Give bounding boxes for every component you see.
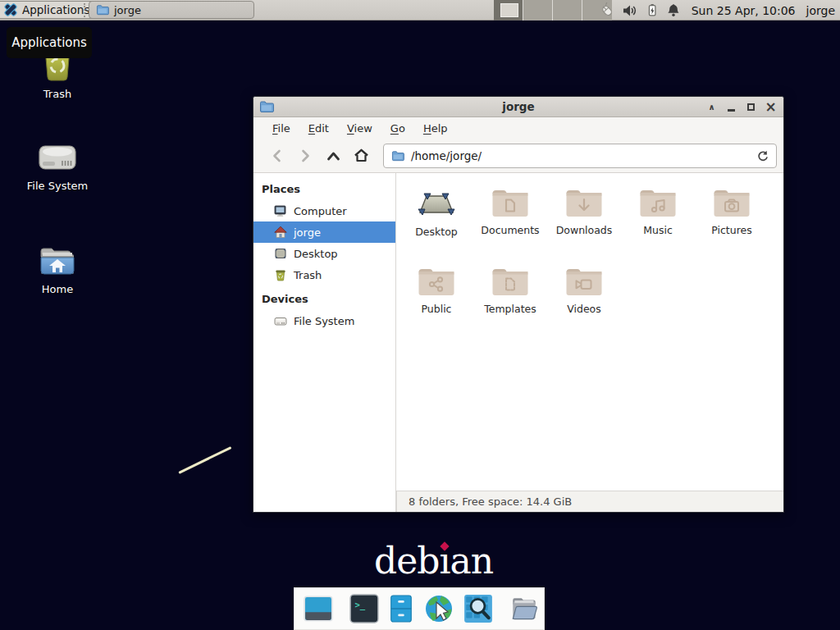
panel-clock[interactable]: Sun 25 Apr, 10:06 xyxy=(692,4,796,17)
menu-view[interactable]: View xyxy=(338,120,381,137)
panel-handle xyxy=(84,3,85,17)
file-item-pictures[interactable]: Pictures xyxy=(695,181,769,260)
folder-public-icon xyxy=(417,265,456,298)
taskbar-window-button[interactable]: jorge xyxy=(89,1,254,19)
file-item-downloads[interactable]: Downloads xyxy=(547,181,621,260)
workspace-3[interactable] xyxy=(553,0,582,21)
sidebar-item-label: Desktop xyxy=(294,248,338,260)
menubar: File Edit View Go Help xyxy=(253,117,783,139)
computer-icon xyxy=(274,204,287,217)
battery-icon[interactable] xyxy=(646,2,659,18)
folder-pictures-icon xyxy=(712,186,751,219)
harddrive-icon xyxy=(36,139,79,176)
back-button[interactable] xyxy=(263,144,291,168)
top-panel: Applications jorge xyxy=(0,0,840,21)
up-button[interactable] xyxy=(319,144,347,168)
file-item-label: Downloads xyxy=(556,224,613,236)
harddrive-icon xyxy=(274,314,287,327)
system-tray: Sun 25 Apr, 10:06 jorge xyxy=(599,0,835,21)
folder-downloads-icon xyxy=(564,186,604,219)
desktop-icon-home[interactable]: Home xyxy=(12,244,103,295)
pager-window-preview xyxy=(500,3,518,17)
file-item-templates[interactable]: Templates xyxy=(473,260,547,339)
file-view[interactable]: Desktop Documents xyxy=(397,173,783,491)
desktop-icon xyxy=(417,186,456,221)
close-button[interactable]: × xyxy=(765,101,777,113)
sidebar-item-computer[interactable]: Computer xyxy=(253,200,395,221)
menu-go[interactable]: Go xyxy=(381,120,414,137)
workspace-2[interactable] xyxy=(523,0,553,21)
file-item-label: Music xyxy=(643,224,673,236)
file-item-label: Desktop xyxy=(415,226,458,238)
minimize-button[interactable] xyxy=(725,101,737,113)
show-desktop-icon xyxy=(303,593,334,624)
applications-tooltip: Applications xyxy=(7,27,92,58)
file-item-label: Templates xyxy=(484,303,536,315)
menu-file[interactable]: File xyxy=(263,120,299,137)
mouse-icon[interactable] xyxy=(599,2,615,18)
workspace-1[interactable] xyxy=(494,0,523,21)
sidebar-item-trash[interactable]: Trash xyxy=(253,264,395,285)
file-item-documents[interactable]: Documents xyxy=(473,181,547,260)
menu-edit[interactable]: Edit xyxy=(299,120,338,137)
sidebar-item-desktop[interactable]: Desktop xyxy=(253,243,395,264)
toolbar: /home/jorge/ xyxy=(253,139,783,173)
file-item-music[interactable]: Music xyxy=(621,181,695,260)
path-folder-icon xyxy=(391,150,404,162)
folder-videos-icon xyxy=(564,265,604,298)
path-input[interactable]: /home/jorge/ xyxy=(411,149,756,162)
sidebar-item-file-system[interactable]: File System xyxy=(253,310,395,331)
file-cabinet-icon xyxy=(387,593,415,624)
workspace-pager[interactable] xyxy=(494,0,612,21)
back-icon xyxy=(271,149,284,162)
file-item-videos[interactable]: Videos xyxy=(547,260,621,339)
desktop-icon-file-system[interactable]: File System xyxy=(12,139,103,192)
home-button[interactable] xyxy=(347,144,375,168)
forward-icon xyxy=(299,149,312,162)
sidebar-places-header: Places xyxy=(253,179,395,200)
sidebar-devices-header: Devices xyxy=(253,289,395,310)
file-item-public[interactable]: Public xyxy=(399,260,473,339)
sidebar-item-jorge[interactable]: jorge xyxy=(253,221,395,243)
up-icon xyxy=(326,150,340,162)
web-browser-launcher[interactable] xyxy=(422,592,455,625)
logo-text: an xyxy=(450,540,493,582)
bell-icon[interactable] xyxy=(666,3,681,18)
sidebar-item-label: Computer xyxy=(294,205,347,217)
folder-icon xyxy=(96,4,109,16)
minimize-icon xyxy=(728,109,735,112)
file-item-desktop[interactable]: Desktop xyxy=(399,181,473,260)
desktop-icon-label: Home xyxy=(42,283,73,295)
shade-button[interactable]: ∧ xyxy=(705,101,718,113)
file-cabinet-launcher[interactable] xyxy=(387,593,415,624)
applications-menu-label: Applications xyxy=(22,3,89,16)
debian-wallpaper-logo: debıan xyxy=(374,541,493,581)
tooltip-text: Applications xyxy=(11,35,87,50)
reload-button[interactable] xyxy=(756,149,769,162)
folder-launcher-icon xyxy=(509,593,541,624)
reload-icon xyxy=(756,149,769,162)
statusbar: 8 folders, Free space: 14.4 GiB xyxy=(396,491,783,512)
maximize-button[interactable] xyxy=(745,101,757,113)
show-desktop-button[interactable] xyxy=(303,593,334,624)
window-body: Places Computer xyxy=(253,173,783,512)
app-finder-launcher[interactable] xyxy=(463,593,494,624)
statusbar-text: 8 folders, Free space: 14.4 GiB xyxy=(409,495,572,508)
maximize-icon xyxy=(747,103,755,111)
panel-username[interactable]: jorge xyxy=(806,4,835,17)
xfce-logo-icon xyxy=(3,2,18,17)
wallpaper-line-decoration xyxy=(178,446,231,474)
titlebar[interactable]: jorge ∧ × xyxy=(253,97,783,117)
path-bar[interactable]: /home/jorge/ xyxy=(383,144,777,168)
folder-launcher[interactable] xyxy=(509,593,541,624)
terminal-icon: >_ xyxy=(349,593,380,624)
volume-icon[interactable] xyxy=(623,3,638,18)
menu-help[interactable]: Help xyxy=(414,120,457,137)
sidebar-item-label: jorge xyxy=(294,226,321,239)
forward-button[interactable] xyxy=(291,144,319,168)
trash-icon xyxy=(274,268,287,281)
terminal-launcher[interactable]: >_ xyxy=(349,593,380,624)
desktop-icon-label: Trash xyxy=(43,88,71,100)
sidebar: Places Computer xyxy=(253,173,396,512)
file-item-label: Documents xyxy=(481,224,539,236)
